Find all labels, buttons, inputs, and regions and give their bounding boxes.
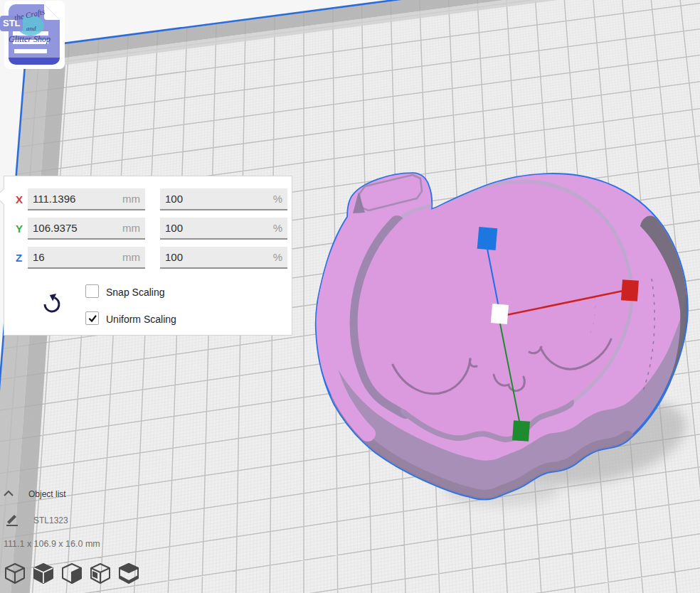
- svg-text:and: and: [26, 25, 36, 32]
- svg-text:Glitter Shop: Glitter Shop: [9, 34, 51, 44]
